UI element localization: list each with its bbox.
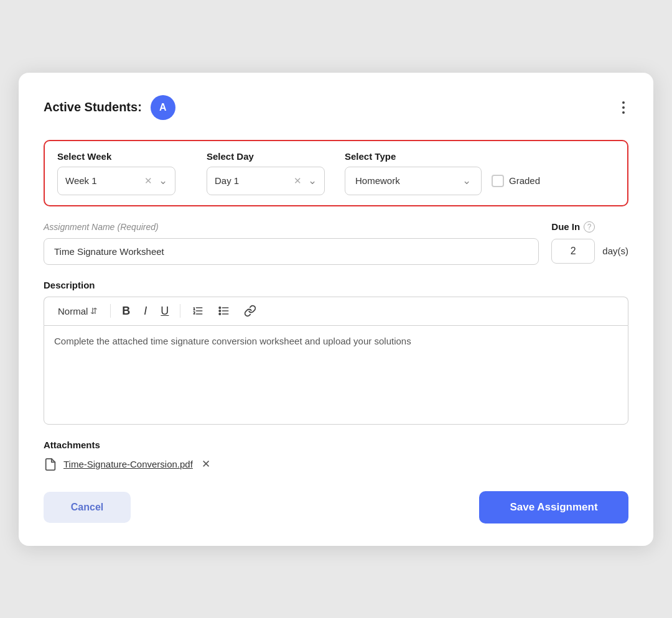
svg-point-7 <box>219 310 221 312</box>
week-select-wrapper[interactable]: Week 1 ✕ ⌄ <box>57 167 175 195</box>
week-select-value: Week 1 <box>65 175 138 186</box>
attachments-label: Attachments <box>44 440 628 450</box>
week-select-label: Select Week <box>57 151 175 162</box>
normal-arrows-icon: ⇵ <box>90 306 98 316</box>
assignment-modal: Active Students: A Select Week Week 1 ✕ … <box>19 73 653 546</box>
file-icon <box>44 458 57 471</box>
italic-button[interactable]: I <box>141 303 149 319</box>
description-content: Complete the attached time signature con… <box>54 336 411 346</box>
week-select-group: Select Week Week 1 ✕ ⌄ <box>57 151 175 195</box>
modal-header: Active Students: A <box>44 95 628 120</box>
week-clear-icon[interactable]: ✕ <box>144 175 152 187</box>
assignment-name-group: Assignment Name (Required) <box>44 221 539 265</box>
day-select-value: Day 1 <box>215 175 287 186</box>
toolbar-separator <box>110 304 111 318</box>
svg-point-6 <box>219 307 221 309</box>
due-in-help-icon[interactable]: ? <box>584 221 595 233</box>
type-row: Homework ⌄ Graded <box>345 167 540 195</box>
editor-toolbar: Normal ⇵ B I U <box>44 297 628 325</box>
attachments-section: Attachments Time-Signature-Conversion.pd… <box>44 440 628 471</box>
unordered-list-icon <box>218 305 230 317</box>
page-title: Active Students: <box>44 100 142 114</box>
description-section: Description Normal ⇵ B I U Complete the … <box>44 280 628 425</box>
day-select-label: Select Day <box>207 151 325 162</box>
attachment-remove-button[interactable]: ✕ <box>202 458 210 471</box>
description-label: Description <box>44 280 628 290</box>
attachment-item: Time-Signature-Conversion.pdf ✕ <box>44 458 628 471</box>
header-left: Active Students: A <box>44 95 175 120</box>
unordered-list-button[interactable] <box>215 303 233 318</box>
days-label: day(s) <box>602 246 628 256</box>
graded-checkbox[interactable] <box>492 175 504 187</box>
due-in-row: day(s) <box>551 239 628 264</box>
type-select-label: Select Type <box>345 151 540 162</box>
week-day-select-row: Select Week Week 1 ✕ ⌄ Select Day Day 1 … <box>44 140 628 206</box>
day-clear-icon[interactable]: ✕ <box>294 175 302 187</box>
save-assignment-button[interactable]: Save Assignment <box>479 491 628 523</box>
graded-text: Graded <box>509 175 540 186</box>
toolbar-separator-2 <box>180 304 180 318</box>
link-button[interactable] <box>241 303 259 318</box>
due-in-input[interactable] <box>551 239 595 264</box>
underline-button[interactable]: U <box>158 303 171 319</box>
type-select-group: Select Type Homework ⌄ Graded <box>345 151 540 195</box>
svg-point-8 <box>219 313 221 315</box>
type-select-wrapper[interactable]: Homework ⌄ <box>345 167 482 195</box>
format-normal-button[interactable]: Normal ⇵ <box>54 305 101 318</box>
ordered-list-icon <box>192 305 204 317</box>
modal-footer: Cancel Save Assignment <box>44 491 628 523</box>
day-select-wrapper[interactable]: Day 1 ✕ ⌄ <box>207 167 325 195</box>
name-due-row: Assignment Name (Required) Due In ? day(… <box>44 221 628 265</box>
week-chevron-icon[interactable]: ⌄ <box>159 174 167 187</box>
assignment-name-input[interactable] <box>44 238 539 265</box>
type-chevron-icon[interactable]: ⌄ <box>462 174 471 187</box>
day-chevron-icon[interactable]: ⌄ <box>308 174 317 187</box>
link-icon <box>244 305 256 317</box>
type-select-value: Homework <box>355 175 452 186</box>
assignment-name-label: Assignment Name (Required) <box>44 221 539 232</box>
due-in-label: Due In ? <box>551 221 628 233</box>
graded-label: Graded <box>492 175 540 187</box>
due-in-group: Due In ? day(s) <box>551 221 628 264</box>
avatar: A <box>151 95 175 120</box>
more-menu-button[interactable] <box>618 99 628 116</box>
ordered-list-button[interactable] <box>189 303 207 318</box>
cancel-button[interactable]: Cancel <box>44 492 131 523</box>
description-editor[interactable]: Complete the attached time signature con… <box>44 325 628 425</box>
day-select-group: Select Day Day 1 ✕ ⌄ <box>207 151 325 195</box>
attachment-file-name[interactable]: Time-Signature-Conversion.pdf <box>63 459 193 469</box>
bold-button[interactable]: B <box>119 303 133 319</box>
